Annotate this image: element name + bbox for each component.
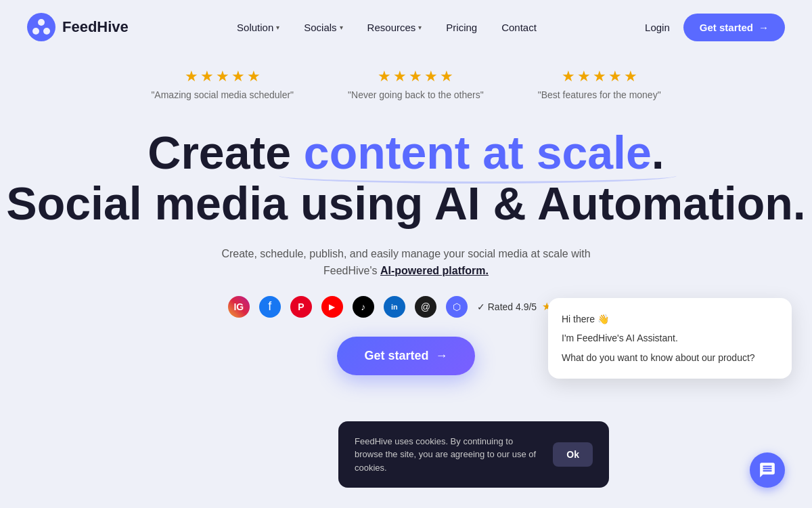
logo[interactable]: FeedHive: [27, 13, 129, 41]
cta-arrow-icon: →: [436, 349, 448, 363]
headline-line1: Create content at scale.: [6, 127, 805, 178]
nav-item-socials[interactable]: Socials ▾: [304, 22, 342, 33]
facebook-icon[interactable]: f: [259, 296, 281, 318]
nav-item-solution[interactable]: Solution ▾: [237, 22, 279, 33]
chat-bubble-button[interactable]: [750, 452, 785, 488]
stars-2: ★ ★ ★ ★ ★: [378, 68, 453, 85]
login-button[interactable]: Login: [645, 22, 670, 33]
headline-line2: Social media using AI & Automation.: [6, 178, 805, 229]
nav-links: Solution ▾ Socials ▾ Resources ▾ Pricing…: [237, 22, 537, 33]
svg-point-0: [27, 13, 55, 41]
chat-widget: Hi there 👋 I'm FeedHive's AI Assistant. …: [548, 298, 792, 379]
brand-name: FeedHive: [62, 18, 129, 36]
review-item-1: ★ ★ ★ ★ ★ "Amazing social media schedule…: [151, 68, 294, 100]
chevron-down-icon: ▾: [340, 24, 343, 31]
instagram-icon[interactable]: IG: [228, 296, 250, 318]
tiktok-icon[interactable]: ♪: [353, 296, 374, 318]
nav-item-pricing[interactable]: Pricing: [446, 22, 477, 33]
chevron-down-icon: ▾: [276, 24, 279, 31]
review-text-2: "Never going back to the others": [348, 89, 484, 100]
reviews-row: ★ ★ ★ ★ ★ "Amazing social media schedule…: [151, 68, 660, 100]
logo-icon: [27, 13, 55, 41]
hero-cta-button[interactable]: Get started →: [337, 337, 474, 375]
chevron-down-icon: ▾: [418, 24, 422, 31]
svg-point-1: [38, 19, 45, 26]
stars-1: ★ ★ ★ ★ ★: [185, 68, 261, 85]
review-text-1: "Amazing social media scheduler": [151, 89, 294, 100]
get-started-nav-button[interactable]: Get started →: [683, 14, 785, 41]
pinterest-icon[interactable]: P: [290, 296, 312, 318]
headline: Create content at scale. Social media us…: [6, 127, 805, 229]
headline-accent: content at scale: [304, 127, 652, 178]
threads-icon[interactable]: @: [415, 296, 436, 318]
nav-actions: Login Get started →: [645, 14, 785, 41]
review-item-2: ★ ★ ★ ★ ★ "Never going back to the other…: [348, 68, 484, 100]
review-text-3: "Best features for the money": [538, 89, 661, 100]
linkedin-icon[interactable]: in: [384, 296, 405, 318]
stars-3: ★ ★ ★ ★ ★: [562, 68, 637, 85]
ai-link[interactable]: AI-powered platform.: [380, 265, 489, 276]
cookie-text: FeedHive uses cookies. By continuing to …: [355, 435, 539, 475]
chat-line-2: I'm FeedHive's AI Assistant.: [562, 331, 778, 345]
svg-point-3: [43, 28, 50, 35]
navbar: FeedHive Solution ▾ Socials ▾ Resources …: [0, 0, 812, 54]
socials-row: IG f P ▶ ♪ in @ ⬡ ✓ Rated 4.9/5 ★ ★ ★ ★: [228, 296, 584, 318]
chat-icon: [759, 461, 776, 479]
youtube-icon[interactable]: ▶: [321, 296, 343, 318]
nav-item-contact[interactable]: Contact: [501, 22, 537, 33]
arrow-icon: →: [759, 22, 769, 33]
review-item-3: ★ ★ ★ ★ ★ "Best features for the money": [538, 68, 661, 100]
bluesky-icon[interactable]: ⬡: [446, 296, 468, 318]
chat-line-1: Hi there 👋: [562, 312, 778, 326]
svg-point-2: [32, 28, 39, 35]
cookie-ok-button[interactable]: Ok: [553, 442, 593, 467]
cookie-banner: FeedHive uses cookies. By continuing to …: [338, 421, 609, 488]
chat-line-3: What do you want to know about our produ…: [562, 350, 778, 365]
nav-item-resources[interactable]: Resources ▾: [367, 22, 422, 33]
subtext: Create, schedule, publish, and easily ma…: [203, 245, 609, 280]
